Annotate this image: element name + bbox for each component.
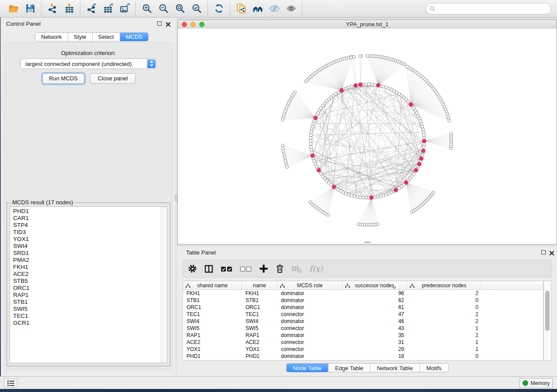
graph-mcds-node[interactable] (340, 89, 344, 93)
search-input[interactable] (436, 4, 551, 13)
graph-mcds-node[interactable] (359, 83, 363, 87)
mcds-result-item[interactable]: STB5 (13, 278, 161, 285)
graph-node[interactable] (309, 145, 312, 148)
graph-node[interactable] (361, 196, 364, 199)
close-table-panel-icon[interactable] (549, 250, 554, 255)
table-row[interactable]: PHD1PHD1dominator180 (183, 353, 543, 360)
graph-leaf-node[interactable] (432, 191, 435, 194)
graph-leaf-node[interactable] (282, 150, 285, 153)
table-row[interactable]: TEC1TEC1connector472 (183, 311, 543, 318)
column-header-successor-nodes[interactable]: successor nodes (343, 281, 407, 290)
graph-node[interactable] (309, 142, 312, 145)
mcds-result-item[interactable]: TID3 (13, 229, 161, 236)
graph-mcds-node[interactable] (370, 196, 374, 199)
mcds-result-item[interactable]: PHD1 (13, 208, 161, 215)
hide-selected-button[interactable] (266, 2, 283, 16)
graph-mcds-node[interactable] (418, 162, 422, 166)
zoom-fit-button[interactable] (172, 2, 188, 16)
graph-node[interactable] (422, 131, 425, 134)
graph-mcds-node[interactable] (422, 149, 426, 153)
mcds-result-item[interactable]: CAR1 (13, 215, 161, 222)
tab-style[interactable]: Style (68, 33, 92, 41)
save-session-button[interactable] (22, 2, 38, 16)
column-header-shared-name[interactable]: shared name (183, 281, 242, 290)
tab-select[interactable]: Select (92, 33, 120, 41)
graph-node[interactable] (329, 183, 332, 186)
import-network-button[interactable] (44, 2, 61, 16)
export-image-button[interactable] (116, 2, 133, 16)
column-header-name[interactable]: name (242, 281, 277, 290)
mcds-result-item[interactable]: PMA2 (13, 257, 161, 264)
tab-edge-table[interactable]: Edge Table (328, 364, 370, 372)
graph-node[interactable] (373, 196, 376, 199)
graph-mcds-node[interactable] (422, 139, 426, 143)
function-builder-button[interactable]: f(x) (309, 262, 323, 275)
table-row[interactable]: STB1STB1dominator620 (183, 297, 543, 304)
zoom-in-button[interactable] (138, 2, 155, 16)
graph-mcds-node[interactable] (414, 168, 418, 172)
network-hscrollbar[interactable] (364, 241, 371, 243)
table-row[interactable]: FKH1FKH1dominator962 (183, 290, 543, 297)
task-history-button[interactable] (4, 378, 17, 388)
table-row[interactable]: SWI5SWI5connector431 (183, 325, 543, 332)
float-panel-icon[interactable] (157, 21, 162, 26)
mcds-result-item[interactable]: ORC1 (13, 285, 161, 292)
graph-leaf-node[interactable] (359, 55, 362, 58)
import-table-button[interactable] (61, 2, 77, 16)
graph-leaf-node[interactable] (376, 223, 379, 226)
graph-mcds-node[interactable] (332, 185, 336, 189)
graph-mcds-node[interactable] (311, 154, 315, 158)
graph-mcds-node[interactable] (354, 84, 358, 88)
graph-leaf-node[interactable] (366, 55, 369, 58)
network-graph-canvas[interactable] (178, 28, 557, 244)
show-all-button[interactable] (283, 2, 299, 16)
zoom-selected-button[interactable] (188, 2, 205, 16)
mcds-result-item[interactable]: GCR1 (13, 320, 161, 327)
refresh-button[interactable] (211, 2, 227, 16)
graph-leaf-node[interactable] (327, 213, 330, 217)
graph-node[interactable] (356, 195, 359, 198)
graph-mcds-node[interactable] (409, 103, 413, 107)
table-vscrollbar-thumb[interactable] (545, 291, 550, 331)
graph-node[interactable] (359, 196, 362, 199)
graph-leaf-node[interactable] (353, 55, 356, 58)
tab-mcds[interactable]: MCDS (120, 33, 148, 41)
add-column-button[interactable] (259, 262, 269, 275)
graph-leaf-node[interactable] (405, 65, 408, 68)
delete-column-button[interactable] (275, 262, 285, 275)
mcds-result-item[interactable]: STB1 (13, 299, 161, 306)
duplicate-network-button[interactable] (233, 2, 249, 16)
graph-node[interactable] (422, 134, 426, 137)
graph-node[interactable] (310, 128, 313, 131)
table-vscrollbar[interactable] (543, 281, 551, 361)
graph-leaf-node[interactable] (286, 165, 289, 168)
tab-network-table[interactable]: Network Table (370, 364, 419, 372)
graph-leaf-node[interactable] (450, 132, 453, 135)
zoom-out-button[interactable] (155, 2, 172, 16)
mcds-result-item[interactable]: SRD1 (13, 250, 161, 257)
column-header-MCDS-role[interactable]: MCDS role (277, 281, 343, 290)
graph-node[interactable] (412, 172, 415, 175)
graph-leaf-node[interactable] (281, 118, 284, 121)
show-columns-button[interactable] (204, 262, 214, 275)
table-row[interactable]: YOX1YOX1connector291 (183, 346, 543, 353)
graph-mcds-node[interactable] (394, 188, 398, 192)
select-all-button[interactable] (220, 262, 233, 275)
graph-mcds-node[interactable] (419, 157, 423, 161)
graph-node[interactable] (310, 131, 313, 134)
tab-node-table[interactable]: Node Table (286, 364, 328, 372)
deselect-all-button[interactable] (239, 262, 253, 275)
export-table-button[interactable] (100, 2, 116, 16)
table-row[interactable]: RAP1RAP1dominator352 (183, 332, 543, 339)
mcds-result-item[interactable]: SWI5 (13, 306, 161, 313)
graph-leaf-node[interactable] (281, 144, 284, 147)
graph-leaf-node[interactable] (281, 147, 284, 150)
graph-node[interactable] (310, 148, 313, 151)
graph-mcds-node[interactable] (317, 168, 321, 172)
close-panel-icon[interactable] (166, 21, 171, 26)
graph-node[interactable] (422, 145, 426, 148)
float-table-panel-icon[interactable] (541, 250, 546, 254)
export-network-button[interactable] (83, 2, 100, 16)
graph-node[interactable] (370, 83, 373, 86)
close-panel-button[interactable]: Close panel (90, 73, 135, 84)
